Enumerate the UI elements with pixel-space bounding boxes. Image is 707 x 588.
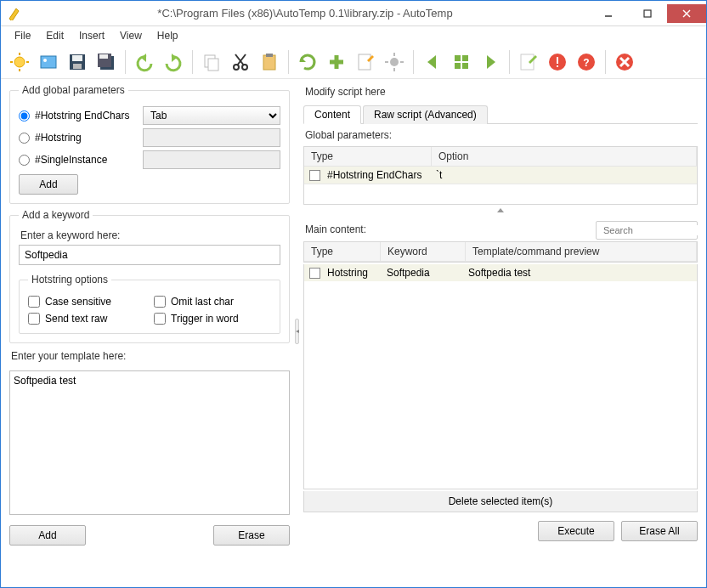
main-row-keyword: Softpedia: [383, 267, 465, 279]
execute-button[interactable]: Execute: [538, 521, 614, 541]
plus-icon: [326, 52, 347, 72]
menu-file[interactable]: File: [8, 28, 37, 43]
forward-button[interactable]: [477, 48, 504, 76]
delete-selected-button[interactable]: Delete selected item(s): [303, 491, 698, 512]
sun-icon: [9, 52, 30, 72]
check-omit-last-char[interactable]: Omit last char: [154, 296, 271, 308]
svg-rect-32: [400, 61, 404, 63]
tabs: Content Raw script (Advanced): [303, 105, 698, 124]
keyword-input[interactable]: [19, 245, 280, 265]
main-th-keyword[interactable]: Keyword: [381, 242, 466, 261]
titlebar: *C:\Program Files (x86)\AutoTemp 0.1\lib…: [1, 1, 706, 26]
svg-rect-23: [263, 55, 275, 70]
alert-icon: [547, 52, 568, 72]
search-box[interactable]: [596, 221, 698, 240]
tab-content[interactable]: Content: [303, 105, 361, 124]
row-checkbox[interactable]: [309, 170, 320, 181]
main-row-type: Hotstring: [324, 267, 383, 279]
main-row[interactable]: Hotstring Softpedia Softpedia test: [304, 264, 697, 281]
row-checkbox[interactable]: [309, 268, 320, 279]
plus-button[interactable]: [323, 48, 350, 76]
help-button[interactable]: ?: [573, 48, 600, 76]
template-textarea[interactable]: Softpedia test: [9, 370, 290, 515]
help-icon: ?: [576, 52, 597, 72]
global-th-option[interactable]: Option: [432, 147, 697, 166]
add-template-button[interactable]: Add: [9, 525, 86, 546]
svg-point-4: [14, 57, 25, 67]
svg-rect-29: [393, 53, 395, 56]
combo-singleinstance[interactable]: [143, 150, 280, 169]
svg-point-28: [390, 58, 399, 66]
add-global-button[interactable]: Add: [19, 174, 78, 195]
save-button[interactable]: [64, 48, 91, 76]
splitter[interactable]: ◂: [293, 84, 300, 579]
tab-raw-script[interactable]: Raw script (Advanced): [363, 105, 488, 124]
image-button[interactable]: [35, 48, 62, 76]
main-row-preview: Softpedia test: [465, 267, 534, 279]
delete-button[interactable]: [611, 48, 638, 76]
search-input[interactable]: [603, 225, 706, 235]
radio-hotstring-endchars[interactable]: #Hotstring EndChars: [19, 110, 138, 122]
combo-hotstring[interactable]: [143, 128, 280, 147]
save-icon: [67, 52, 88, 72]
global-row[interactable]: #Hotstring EndChars `t: [304, 167, 697, 184]
svg-rect-36: [462, 63, 468, 69]
redo-icon: [163, 52, 184, 72]
grid-icon: [451, 52, 472, 72]
menubar: File Edit Insert View Help: [1, 26, 706, 45]
divider-handle[interactable]: [303, 208, 698, 212]
erase-template-button[interactable]: Erase: [213, 525, 290, 546]
menu-edit[interactable]: Edit: [39, 28, 71, 43]
main-th-preview[interactable]: Template/command preview: [466, 242, 697, 261]
back-button[interactable]: [419, 48, 446, 76]
svg-rect-1: [644, 10, 651, 17]
keyword-prompt: Enter a keyword here:: [20, 229, 280, 241]
erase-all-button[interactable]: Erase All: [621, 521, 698, 541]
menu-view[interactable]: View: [113, 28, 149, 43]
toolbar-separator: [125, 50, 126, 74]
maximize-button[interactable]: [628, 4, 667, 23]
paste-button[interactable]: [256, 48, 283, 76]
check-send-text-raw[interactable]: Send text raw: [28, 313, 145, 325]
edit-button[interactable]: [352, 48, 379, 76]
gear-icon: [384, 52, 404, 72]
delete-icon: [614, 52, 635, 72]
left-panel: Add global parameters #Hotstring EndChar…: [9, 84, 290, 579]
redo-button[interactable]: [160, 48, 187, 76]
main-table-body: Hotstring Softpedia Softpedia test: [303, 264, 698, 489]
radio-singleinstance[interactable]: #SingleInstance: [19, 154, 138, 166]
content: Add global parameters #Hotstring EndChar…: [1, 79, 706, 587]
save-all-icon: [96, 52, 116, 72]
menu-insert[interactable]: Insert: [72, 28, 111, 43]
copy-button[interactable]: [198, 48, 225, 76]
cut-button[interactable]: [227, 48, 254, 76]
close-button[interactable]: [667, 4, 706, 23]
svg-rect-24: [266, 54, 273, 57]
keyword-fieldset: Add a keyword Enter a keyword here: Hots…: [9, 209, 290, 343]
compose-button[interactable]: [515, 48, 542, 76]
refresh-button[interactable]: [294, 48, 321, 76]
radio-hotstring[interactable]: #Hotstring: [19, 132, 138, 144]
sun-button[interactable]: [6, 48, 33, 76]
undo-icon: [134, 52, 155, 72]
keyword-legend: Add a keyword: [19, 209, 93, 221]
global-params-legend: Add global parameters: [19, 84, 128, 96]
gear-button[interactable]: [381, 48, 408, 76]
window-title: *C:\Program Files (x86)\AutoTemp 0.1\lib…: [21, 7, 589, 20]
global-th-type[interactable]: Type: [304, 147, 432, 166]
svg-rect-12: [72, 55, 82, 61]
toolbar-separator: [192, 50, 193, 74]
alert-button[interactable]: [544, 48, 571, 76]
undo-button[interactable]: [131, 48, 158, 76]
save-all-button[interactable]: [93, 48, 120, 76]
copy-icon: [201, 52, 222, 72]
toolbar-separator: [605, 50, 606, 74]
main-content-label: Main content:: [305, 223, 366, 235]
minimize-button[interactable]: [589, 4, 628, 23]
grid-button[interactable]: [448, 48, 475, 76]
menu-help[interactable]: Help: [150, 28, 185, 43]
check-case-sensitive[interactable]: Case sensitive: [28, 296, 145, 308]
main-th-type[interactable]: Type: [304, 242, 381, 261]
combo-hotstring-endchars[interactable]: Tab: [143, 106, 280, 125]
check-trigger-in-word[interactable]: Trigger in word: [154, 313, 271, 325]
